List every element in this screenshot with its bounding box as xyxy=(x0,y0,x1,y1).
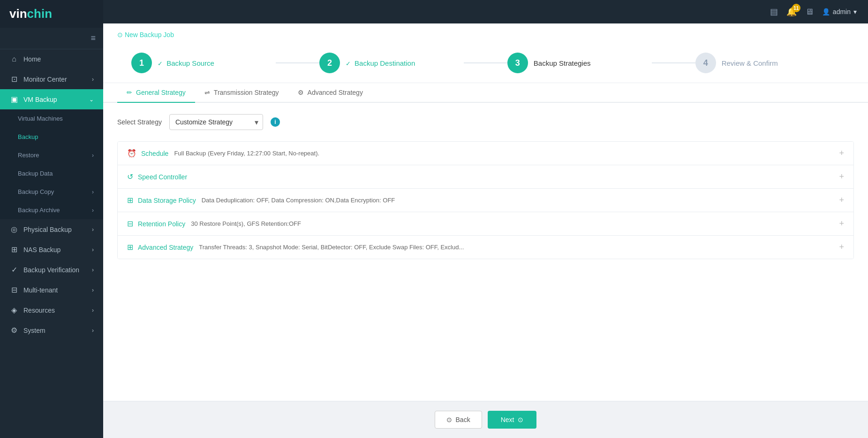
advanced-expand-icon[interactable]: + xyxy=(839,242,844,252)
policy-row-schedule[interactable]: ⏰ Schedule Full Backup (Every Friday, 12… xyxy=(118,142,853,165)
step-circle-3: 3 xyxy=(507,53,528,73)
vm-sub-label: Virtual Machines xyxy=(18,115,63,122)
sidebar-subitem-backup-data[interactable]: Backup Data xyxy=(0,164,103,183)
sidebar-label-multi-tenant: Multi-tenant xyxy=(23,286,58,294)
logo-chin: chin xyxy=(27,7,52,21)
resources-icon: ◈ xyxy=(9,306,19,315)
chevron-right-icon: › xyxy=(92,267,94,273)
sidebar-item-nas-backup[interactable]: ⊞ NAS Backup › xyxy=(0,239,103,260)
sidebar-item-home[interactable]: ⌂ Home xyxy=(0,49,103,69)
page-container: ⊙ New Backup Job 1 ✓ Backup Source xyxy=(103,23,868,438)
vm-backup-icon: ▣ xyxy=(9,95,19,104)
chevron-right-icon: › xyxy=(92,226,94,233)
app-logo: vinchin xyxy=(0,0,103,28)
sidebar-item-monitor[interactable]: ⊡ Monitor Center › xyxy=(0,69,103,89)
sidebar-subitem-backup[interactable]: Backup xyxy=(0,128,103,146)
monitor-icon[interactable]: 🖥 xyxy=(805,7,814,17)
sidebar-label-nas-backup: NAS Backup xyxy=(23,246,60,254)
chat-icon[interactable]: ▤ xyxy=(770,7,778,17)
policy-desc-schedule: Full Backup (Every Friday, 12:27:00 Star… xyxy=(174,150,839,157)
step-check-2: ✓ xyxy=(346,60,351,67)
sidebar-label-vm-backup: VM Backup xyxy=(23,96,57,103)
step-circle-4: 4 xyxy=(695,53,716,73)
info-icon[interactable]: i xyxy=(271,117,280,127)
wizard-step-1: 1 ✓ Backup Source xyxy=(131,53,276,73)
notification-bell[interactable]: 🔔 11 xyxy=(786,7,797,17)
storage-expand-icon[interactable]: + xyxy=(839,195,844,205)
next-button[interactable]: Next ⊙ xyxy=(488,411,537,429)
next-label: Next xyxy=(501,416,514,423)
username-label: admin xyxy=(833,8,851,15)
page-header: ⊙ New Backup Job 1 ✓ Backup Source xyxy=(103,23,868,83)
sidebar-item-physical-backup[interactable]: ◎ Physical Backup › xyxy=(0,219,103,239)
gear-icon: ⚙ xyxy=(298,89,304,96)
speed-icon: ↺ xyxy=(127,172,133,181)
sidebar-item-backup-verification[interactable]: ✓ Backup Verification › xyxy=(0,260,103,280)
sidebar-label-backup-verification: Backup Verification xyxy=(23,266,79,274)
chevron-right-icon: › xyxy=(92,76,94,83)
vm-sub-label: Backup Copy xyxy=(18,188,54,195)
chevron-right-icon: › xyxy=(92,307,94,314)
wizard-step-2: 2 ✓ Backup Destination xyxy=(319,53,464,73)
back-icon: ⊙ xyxy=(446,416,452,423)
next-icon: ⊙ xyxy=(518,416,523,423)
chevron-right-icon: › xyxy=(92,327,94,334)
tab-advanced-label: Advanced Strategy xyxy=(308,89,363,96)
storage-icon: ⊞ xyxy=(127,196,133,205)
step-label-2: ✓ Backup Destination xyxy=(346,59,415,67)
backup-verification-icon: ✓ xyxy=(9,265,19,274)
policy-row-retention[interactable]: ⊟ Retention Policy 30 Restore Point(s), … xyxy=(118,212,853,236)
policy-desc-storage: Data Deduplication: OFF, Data Compressio… xyxy=(202,197,839,204)
sidebar-label-system: System xyxy=(23,327,45,334)
speed-expand-icon[interactable]: + xyxy=(839,172,844,182)
policy-row-speed[interactable]: ↺ Speed Controller + xyxy=(118,165,853,189)
tab-transmission-strategy[interactable]: ⇌ Transmission Strategy xyxy=(195,83,288,103)
back-button[interactable]: ⊙ Back xyxy=(435,411,482,429)
sidebar-subitem-virtual-machines[interactable]: Virtual Machines xyxy=(0,109,103,128)
advanced-icon: ⊞ xyxy=(127,243,133,252)
sidebar-subitem-restore[interactable]: Restore › xyxy=(0,146,103,164)
step-label-3: Backup Strategies xyxy=(534,59,591,67)
step-sep-3 xyxy=(652,62,695,63)
policy-row-advanced[interactable]: ⊞ Advanced Strategy Transfer Threads: 3,… xyxy=(118,236,853,259)
schedule-expand-icon[interactable]: + xyxy=(839,148,844,158)
retention-expand-icon[interactable]: + xyxy=(839,219,844,229)
sidebar-item-vm-backup[interactable]: ▣ VM Backup ⌄ xyxy=(0,89,103,109)
sidebar-label-monitor: Monitor Center xyxy=(23,76,67,83)
user-menu[interactable]: 👤 admin ▾ xyxy=(822,8,857,15)
policy-row-data-storage[interactable]: ⊞ Data Storage Policy Data Deduplication… xyxy=(118,189,853,212)
sidebar-item-multi-tenant[interactable]: ⊟ Multi-tenant › xyxy=(0,280,103,300)
tab-transmission-label: Transmission Strategy xyxy=(214,89,279,96)
edit-icon: ✏ xyxy=(127,89,132,96)
policy-name-retention: Retention Policy xyxy=(138,220,185,228)
policy-desc-retention: 30 Restore Point(s), GFS Retention:OFF xyxy=(191,220,839,227)
schedule-icon: ⏰ xyxy=(127,149,136,158)
step-label-4: Review & Confirm xyxy=(722,59,778,67)
main-content: ▤ 🔔 11 🖥 👤 admin ▾ ⊙ New Backup Job xyxy=(103,0,868,438)
sidebar-item-system[interactable]: ⚙ System › xyxy=(0,320,103,340)
policy-name-speed: Speed Controller xyxy=(138,173,187,181)
chevron-right-icon: › xyxy=(92,189,94,195)
step-sep-1 xyxy=(276,62,319,63)
strategy-content: Select Strategy Customize Strategy Defau… xyxy=(103,103,868,401)
sidebar-subitem-backup-archive[interactable]: Backup Archive › xyxy=(0,201,103,219)
vm-sub-label: Backup Data xyxy=(18,170,53,177)
strategy-select[interactable]: Customize Strategy Default Strategy xyxy=(169,114,263,130)
chevron-right-icon: › xyxy=(92,246,94,253)
wizard-steps: 1 ✓ Backup Source 2 ✓ xyxy=(117,48,854,83)
tab-advanced-strategy[interactable]: ⚙ Advanced Strategy xyxy=(288,83,372,103)
sidebar-toggle[interactable]: ≡ xyxy=(0,28,103,49)
policy-list: ⏰ Schedule Full Backup (Every Friday, 12… xyxy=(117,141,854,259)
transfer-icon: ⇌ xyxy=(204,89,210,96)
step-circle-2: 2 xyxy=(319,53,340,73)
page-footer: ⊙ Back Next ⊙ xyxy=(103,401,868,438)
vm-backup-submenu: Virtual Machines Backup Restore › Backup… xyxy=(0,109,103,219)
sidebar-subitem-backup-copy[interactable]: Backup Copy › xyxy=(0,183,103,201)
tab-general-strategy[interactable]: ✏ General Strategy xyxy=(117,83,195,103)
vm-sub-label: Restore xyxy=(18,152,39,159)
vm-sub-label: Backup xyxy=(18,133,38,140)
nas-backup-icon: ⊞ xyxy=(9,245,19,254)
sidebar-item-resources[interactable]: ◈ Resources › xyxy=(0,300,103,320)
sidebar-label-home: Home xyxy=(23,55,41,63)
logo-vin: vin xyxy=(9,7,27,21)
